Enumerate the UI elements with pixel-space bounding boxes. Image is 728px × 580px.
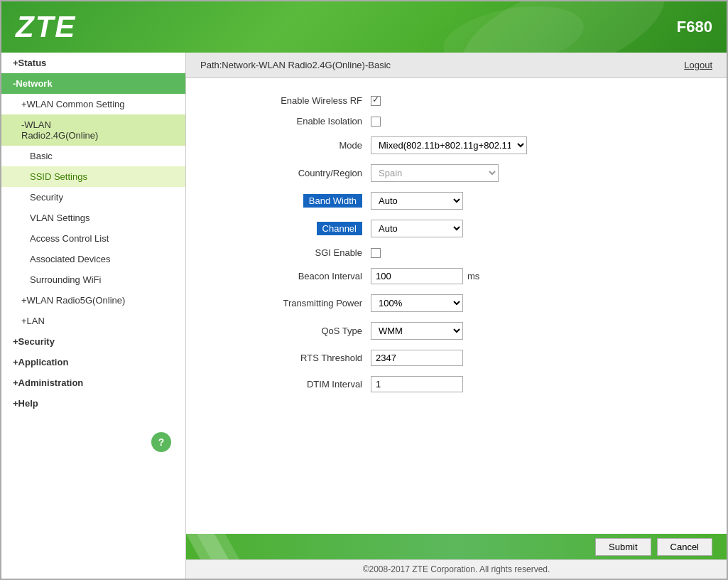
band-width-label: Band Width xyxy=(229,194,371,208)
model-label: F680 xyxy=(677,18,712,36)
beacon-interval-label: Beacon Interval xyxy=(229,271,371,281)
beacon-interval-row: Beacon Interval ms xyxy=(229,268,684,284)
channel-select[interactable]: Auto 1234 5678 91011 xyxy=(371,220,463,237)
sidebar-item-surrounding-wifi[interactable]: Surrounding WiFi xyxy=(1,269,185,290)
help-button[interactable]: ? xyxy=(151,432,171,452)
sidebar-item-security[interactable]: Security xyxy=(1,187,185,208)
sidebar-item-access-control[interactable]: Access Control List xyxy=(1,228,185,249)
cancel-button[interactable]: Cancel xyxy=(657,538,712,556)
sidebar-item-administration[interactable]: +Administration xyxy=(1,372,185,393)
beacon-interval-unit: ms xyxy=(467,271,479,281)
logout-link[interactable]: Logout xyxy=(684,60,712,70)
enable-wireless-rf-row: Enable Wireless RF xyxy=(229,95,684,106)
sidebar-item-wlan-common[interactable]: +WLAN Common Setting xyxy=(1,94,185,114)
dtim-interval-row: DTIM Interval xyxy=(229,376,684,392)
copyright-bar: ©2008-2017 ZTE Corporation. All rights r… xyxy=(186,559,727,579)
sidebar-item-wlan-radio5g[interactable]: +WLAN Radio5G(Online) xyxy=(1,290,185,311)
mode-label: Mode xyxy=(229,140,371,151)
band-width-select[interactable]: Auto 20MHz 40MHz xyxy=(371,192,463,210)
sidebar-item-status[interactable]: +Status xyxy=(1,53,185,73)
sidebar: +Status -Network +WLAN Common Setting -W… xyxy=(1,53,186,579)
dtim-interval-input[interactable] xyxy=(371,376,463,392)
form-area: Enable Wireless RF Enable Isolation Mode… xyxy=(186,78,727,534)
qos-type-row: QoS Type WMM None xyxy=(229,322,684,340)
band-width-highlight: Band Width xyxy=(303,194,362,208)
header: ZTE F680 xyxy=(1,1,727,53)
enable-isolation-label: Enable Isolation xyxy=(229,116,371,127)
sidebar-item-help[interactable]: +Help xyxy=(1,393,185,414)
rts-threshold-row: RTS Threshold xyxy=(229,350,684,366)
sidebar-item-basic[interactable]: Basic xyxy=(1,146,185,166)
main-layout: +Status -Network +WLAN Common Setting -W… xyxy=(1,53,727,579)
logo: ZTE xyxy=(16,10,76,44)
enable-wireless-rf-label: Enable Wireless RF xyxy=(229,95,371,106)
content-area: Path:Network-WLAN Radio2.4G(Online)-Basi… xyxy=(186,53,727,579)
mode-select[interactable]: Mixed(802.11b+802.11g+802.11n) xyxy=(371,136,527,154)
sidebar-item-wlan-radio[interactable]: -WLANRadio2.4G(Online) xyxy=(1,114,185,146)
transmitting-power-select[interactable]: 100% 75% 50% 25% xyxy=(371,294,463,312)
transmitting-power-label: Transmitting Power xyxy=(229,298,371,308)
qos-type-label: QoS Type xyxy=(229,326,371,336)
help-section: ? xyxy=(1,421,185,463)
rts-threshold-input[interactable] xyxy=(371,350,463,366)
sgi-enable-label: SGI Enable xyxy=(229,247,371,258)
country-region-label: Country/Region xyxy=(229,168,371,178)
qos-type-select[interactable]: WMM None xyxy=(371,322,463,340)
submit-button[interactable]: Submit xyxy=(595,538,651,556)
enable-wireless-rf-checkbox[interactable] xyxy=(371,96,381,106)
channel-label: Channel xyxy=(229,222,371,235)
sidebar-item-security-top[interactable]: +Security xyxy=(1,331,185,352)
sidebar-item-vlan-settings[interactable]: VLAN Settings xyxy=(1,208,185,228)
transmitting-power-row: Transmitting Power 100% 75% 50% 25% xyxy=(229,294,684,312)
copyright-text: ©2008-2017 ZTE Corporation. All rights r… xyxy=(363,564,550,574)
sidebar-item-application[interactable]: +Application xyxy=(1,352,185,372)
app-wrapper: ZTE F680 +Status -Network +WLAN Common S… xyxy=(0,0,728,580)
sidebar-item-network[interactable]: -Network xyxy=(1,73,185,94)
channel-highlight: Channel xyxy=(317,222,362,235)
rts-threshold-label: RTS Threshold xyxy=(229,353,371,363)
sidebar-item-ssid-settings[interactable]: SSID Settings xyxy=(1,166,185,187)
sgi-enable-row: SGI Enable xyxy=(229,247,684,258)
footer-bar: Submit Cancel xyxy=(186,534,727,559)
enable-isolation-row: Enable Isolation xyxy=(229,116,684,127)
mode-row: Mode Mixed(802.11b+802.11g+802.11n) xyxy=(229,136,684,154)
country-region-row: Country/Region Spain xyxy=(229,164,684,182)
enable-isolation-checkbox[interactable] xyxy=(371,117,381,127)
band-width-row: Band Width Auto 20MHz 40MHz xyxy=(229,192,684,210)
beacon-interval-input[interactable] xyxy=(371,268,463,284)
sgi-enable-checkbox[interactable] xyxy=(371,248,381,258)
country-region-select[interactable]: Spain xyxy=(371,164,499,182)
path-text: Path:Network-WLAN Radio2.4G(Online)-Basi… xyxy=(200,60,391,70)
dtim-interval-label: DTIM Interval xyxy=(229,379,371,390)
path-bar: Path:Network-WLAN Radio2.4G(Online)-Basi… xyxy=(186,53,727,78)
sidebar-item-associated-devices[interactable]: Associated Devices xyxy=(1,249,185,269)
sidebar-item-lan[interactable]: +LAN xyxy=(1,311,185,331)
channel-row: Channel Auto 1234 5678 91011 xyxy=(229,220,684,237)
